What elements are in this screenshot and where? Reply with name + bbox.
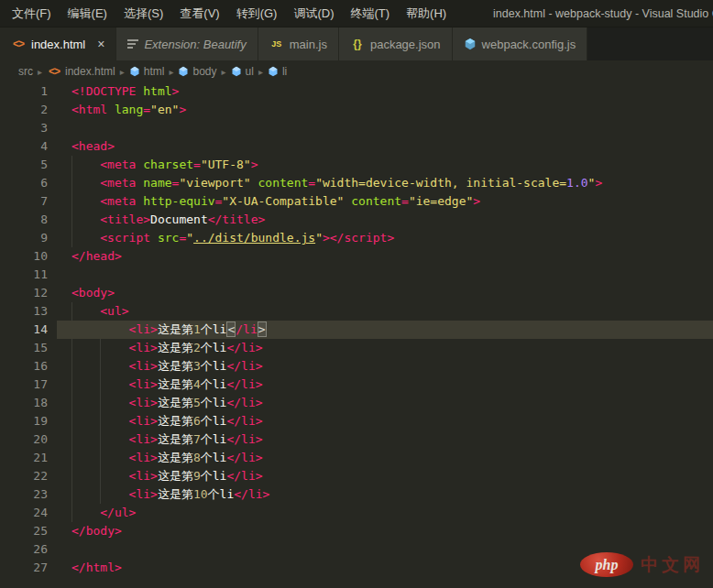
breadcrumb-item-body[interactable]: body	[178, 65, 216, 78]
code-content[interactable]: </html>	[57, 559, 713, 577]
line-number[interactable]: 20	[0, 430, 57, 449]
code-line[interactable]: 14<li>这是第1个li</li>	[0, 321, 713, 339]
code-line[interactable]: 5<meta charset="UTF-8">	[0, 156, 713, 174]
tab-webpack.config.js[interactable]: webpack.config.js	[453, 27, 588, 60]
breadcrumb-item-li[interactable]: li	[268, 65, 287, 78]
line-number[interactable]: 13	[0, 302, 57, 321]
code-line[interactable]: 1<!DOCTYPE html>	[0, 82, 713, 101]
code-line[interactable]: 23<li>这是第10个li</li>	[0, 485, 713, 504]
menu-item-4[interactable]: 转到(G)	[228, 0, 286, 27]
code-line[interactable]: 24</ul>	[0, 504, 713, 522]
tab-index.html[interactable]: <>index.html×	[0, 27, 116, 60]
code-line[interactable]: 20<li>这是第7个li</li>	[0, 430, 713, 449]
code-line[interactable]: 27</html>	[0, 559, 713, 577]
line-number[interactable]: 27	[0, 559, 57, 577]
tab-extension-beautify[interactable]: Extension: Beautify	[116, 27, 258, 60]
line-number[interactable]: 10	[0, 247, 57, 266]
line-number[interactable]: 1	[0, 82, 57, 101]
code-content[interactable]: <html lang="en">	[57, 101, 713, 119]
line-number[interactable]: 11	[0, 266, 57, 284]
code-line[interactable]: 10</head>	[0, 247, 713, 266]
line-number[interactable]: 9	[0, 229, 57, 247]
line-number[interactable]: 23	[0, 485, 57, 504]
line-number[interactable]: 25	[0, 522, 57, 540]
code-content[interactable]: <li>这是第7个li</li>	[57, 430, 713, 449]
code-content[interactable]: <li>这是第6个li</li>	[57, 412, 713, 430]
code-line[interactable]: 4<head>	[0, 137, 713, 156]
menu-item-6[interactable]: 终端(T)	[342, 0, 398, 27]
line-number[interactable]: 24	[0, 504, 57, 522]
code-line[interactable]: 22<li>这是第9个li</li>	[0, 467, 713, 485]
code-line[interactable]: 7<meta http-equiv="X-UA-Compatible" cont…	[0, 192, 713, 211]
breadcrumb-item-src[interactable]: src	[18, 65, 33, 78]
line-number[interactable]: 18	[0, 394, 57, 412]
menu-item-3[interactable]: 查看(V)	[171, 0, 227, 27]
line-number[interactable]: 17	[0, 376, 57, 394]
code-content[interactable]: <li>这是第2个li</li>	[57, 339, 713, 357]
code-content[interactable]: <li>这是第1个li</li>	[57, 321, 713, 339]
code-line[interactable]: 19<li>这是第6个li</li>	[0, 412, 713, 430]
line-number[interactable]: 15	[0, 339, 57, 357]
line-number[interactable]: 4	[0, 137, 57, 156]
code-line[interactable]: 15<li>这是第2个li</li>	[0, 339, 713, 357]
menu-item-1[interactable]: 编辑(E)	[60, 0, 115, 27]
code-line[interactable]: 17<li>这是第4个li</li>	[0, 376, 713, 394]
code-content[interactable]: <li>这是第9个li</li>	[57, 467, 713, 485]
code-line[interactable]: 9<script src="../dist/bundle.js"></scrip…	[0, 229, 713, 247]
line-number[interactable]: 2	[0, 101, 57, 119]
code-line[interactable]: 8<title>Document</title>	[0, 211, 713, 229]
line-number[interactable]: 19	[0, 412, 57, 430]
line-number[interactable]: 22	[0, 467, 57, 485]
line-number[interactable]: 7	[0, 192, 57, 211]
tab-main.js[interactable]: JSmain.js	[258, 27, 339, 60]
line-number[interactable]: 8	[0, 211, 57, 229]
code-line[interactable]: 6<meta name="viewport" content="width=de…	[0, 174, 713, 192]
line-number[interactable]: 12	[0, 284, 57, 302]
code-line[interactable]: 2<html lang="en">	[0, 101, 713, 119]
code-content[interactable]	[57, 119, 713, 137]
code-content[interactable]: <ul>	[57, 302, 713, 321]
code-content[interactable]: <meta name="viewport" content="width=dev…	[57, 174, 713, 192]
code-content[interactable]	[57, 540, 713, 559]
code-content[interactable]: <title>Document</title>	[57, 211, 713, 229]
code-line[interactable]: 11	[0, 266, 713, 284]
line-number[interactable]: 16	[0, 357, 57, 376]
line-number[interactable]: 21	[0, 449, 57, 467]
code-content[interactable]: <li>这是第4个li</li>	[57, 376, 713, 394]
menu-item-0[interactable]: 文件(F)	[4, 0, 60, 27]
line-number[interactable]: 14	[0, 321, 57, 339]
breadcrumb-item-html[interactable]: html	[129, 65, 165, 78]
menu-item-7[interactable]: 帮助(H)	[398, 0, 455, 27]
code-line[interactable]: 13<ul>	[0, 302, 713, 321]
code-content[interactable]: </head>	[57, 247, 713, 266]
line-number[interactable]: 6	[0, 174, 57, 192]
line-number[interactable]: 3	[0, 119, 57, 137]
file-link[interactable]: ../dist/bundle.js	[193, 231, 315, 245]
code-content[interactable]: <li>这是第8个li</li>	[57, 449, 713, 467]
code-content[interactable]: <meta charset="UTF-8">	[57, 156, 713, 174]
code-line[interactable]: 12<body>	[0, 284, 713, 302]
code-line[interactable]: 26	[0, 540, 713, 559]
code-content[interactable]: <body>	[57, 284, 713, 302]
code-content[interactable]: <li>这是第5个li</li>	[57, 394, 713, 412]
line-number[interactable]: 5	[0, 156, 57, 174]
tab-package.json[interactable]: {}package.json	[339, 27, 453, 60]
code-line[interactable]: 3	[0, 119, 713, 137]
menu-item-5[interactable]: 调试(D)	[285, 0, 342, 27]
menu-item-2[interactable]: 选择(S)	[115, 0, 171, 27]
code-editor[interactable]: 1<!DOCTYPE html>2<html lang="en">34<head…	[0, 82, 713, 588]
code-content[interactable]: <li>这是第3个li</li>	[57, 357, 713, 376]
code-content[interactable]: <li>这是第10个li</li>	[57, 485, 713, 504]
code-line[interactable]: 18<li>这是第5个li</li>	[0, 394, 713, 412]
code-content[interactable]: <meta http-equiv="X-UA-Compatible" conte…	[57, 192, 713, 211]
breadcrumb-item-ul[interactable]: ul	[231, 65, 254, 78]
code-line[interactable]: 16<li>这是第3个li</li>	[0, 357, 713, 376]
breadcrumb-item-index.html[interactable]: <>index.html	[47, 64, 115, 79]
line-number[interactable]: 26	[0, 540, 57, 559]
code-line[interactable]: 25</body>	[0, 522, 713, 540]
close-icon[interactable]: ×	[97, 38, 104, 50]
code-content[interactable]: <!DOCTYPE html>	[57, 82, 713, 101]
code-content[interactable]: <script src="../dist/bundle.js"></script…	[57, 229, 713, 247]
code-line[interactable]: 21<li>这是第8个li</li>	[0, 449, 713, 467]
code-content[interactable]: </ul>	[57, 504, 713, 522]
